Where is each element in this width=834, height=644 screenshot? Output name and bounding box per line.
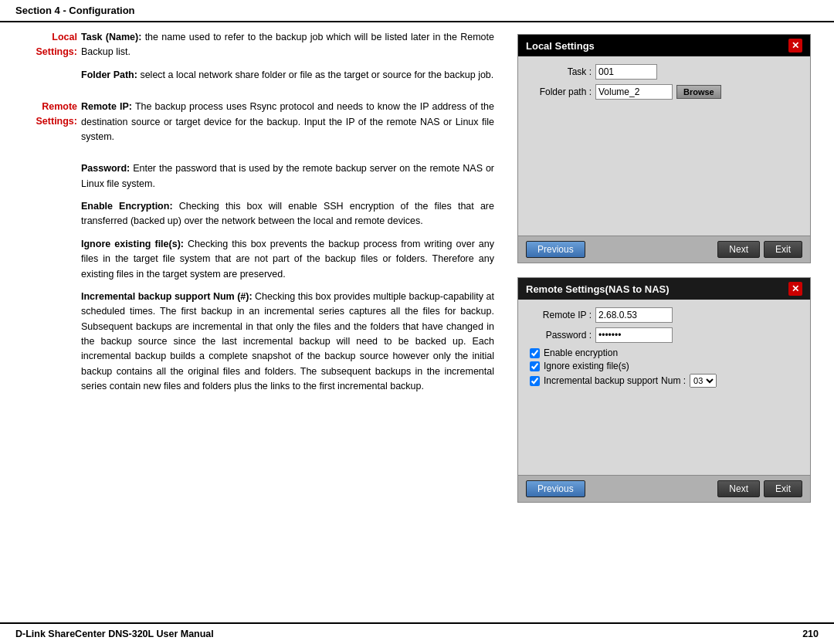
password-para: Password: Enter the password that is use… <box>81 161 494 192</box>
encryption-heading: Enable Encryption: <box>81 201 173 212</box>
local-dialog-footer: Previous Next Exit <box>518 236 810 263</box>
page-header: Section 4 - Configuration <box>0 0 834 22</box>
ignore-checkbox-row: Ignore existing file(s) <box>530 361 798 371</box>
incremental-para: Incremental backup support Num (#): Chec… <box>81 290 494 395</box>
local-next-button[interactable]: Next <box>717 241 760 258</box>
browse-button[interactable]: Browse <box>676 85 721 99</box>
remote-settings-text: Remote IP: The backup process uses Rsync… <box>81 100 494 152</box>
task-name-body: the name used to refer to the backup job… <box>81 32 494 57</box>
folder-path-body: select a local network share folder or f… <box>140 69 493 80</box>
local-dialog-title: Local Settings <box>526 40 595 52</box>
num-select[interactable]: 01 02 03 04 05 <box>690 374 717 388</box>
ignore-heading: Ignore existing file(s): <box>81 239 184 249</box>
local-exit-button[interactable]: Exit <box>764 241 802 258</box>
remote-ip-body: The backup process uses Rsync protocol a… <box>81 101 494 142</box>
num-label: Num : <box>661 375 686 386</box>
remote-settings-dialog: Remote Settings(NAS to NAS) ✕ Remote IP … <box>517 277 811 503</box>
remote-dialog-body: Remote IP : Password : Enable encryption… <box>518 300 810 475</box>
incremental-body: Checking this box provides multiple back… <box>81 291 494 391</box>
incremental-checkbox[interactable] <box>530 376 540 386</box>
local-settings-label-col: Local Settings: <box>15 30 77 90</box>
header-section-title: Section 4 - Configuration <box>15 5 135 16</box>
left-column: Local Settings: Task (Name): the name us… <box>15 30 502 597</box>
encryption-checkbox-label: Enable encryption <box>544 347 618 358</box>
encryption-checkbox-row: Enable encryption <box>530 347 798 358</box>
local-label-line1: Local <box>15 30 77 45</box>
main-content: Local Settings: Task (Name): the name us… <box>0 22 834 605</box>
incremental-checkbox-row: Incremental backup support Num : 01 02 0… <box>530 374 798 388</box>
local-dialog-body: Task : Folder path : Browse <box>518 56 810 236</box>
footer-product-name: D-Link ShareCenter DNS-320L User Manual <box>15 629 214 639</box>
right-column: Local Settings ✕ Task : Folder path : Br… <box>517 30 819 597</box>
ignore-para: Ignore existing file(s): Checking this b… <box>81 237 494 282</box>
remote-label-line1: Remote <box>15 100 77 114</box>
remote-label-line2: Settings: <box>15 114 77 129</box>
local-settings-dialog: Local Settings ✕ Task : Folder path : Br… <box>517 34 811 263</box>
remote-ip-para: Remote IP: The backup process uses Rsync… <box>81 100 494 144</box>
ignore-checkbox[interactable] <box>530 361 540 371</box>
password-body: Enter the password that is used by the r… <box>81 163 494 188</box>
local-settings-entry: Local Settings: Task (Name): the name us… <box>15 30 494 90</box>
remote-dialog-title: Remote Settings(NAS to NAS) <box>526 283 670 295</box>
local-previous-button[interactable]: Previous <box>526 241 585 258</box>
remote-next-button[interactable]: Next <box>717 480 760 497</box>
task-name-heading: Task (Name): <box>81 32 141 42</box>
task-name-para: Task (Name): the name used to refer to t… <box>81 30 494 60</box>
folder-path-heading: Folder Path: <box>81 69 137 80</box>
folder-label: Folder path : <box>530 86 592 97</box>
remote-settings-label-col: Remote Settings: <box>15 100 77 152</box>
password-input[interactable] <box>595 327 673 343</box>
remote-dialog-footer: Previous Next Exit <box>518 475 810 502</box>
folder-field-row: Folder path : Browse <box>530 84 798 100</box>
footer-page-number: 210 <box>802 629 819 639</box>
encryption-checkbox[interactable] <box>530 348 540 358</box>
local-settings-text: Task (Name): the name used to refer to t… <box>81 30 494 90</box>
remote-dialog-titlebar: Remote Settings(NAS to NAS) ✕ <box>518 278 810 300</box>
page-footer: D-Link ShareCenter DNS-320L User Manual … <box>0 622 834 644</box>
folder-input[interactable] <box>595 84 673 100</box>
ignore-checkbox-label: Ignore existing file(s) <box>544 361 629 371</box>
folder-path-para: Folder Path: select a local network shar… <box>81 68 494 83</box>
remote-ip-label: Remote IP : <box>530 310 592 320</box>
encryption-para: Enable Encryption: Checking this box wil… <box>81 199 494 229</box>
remote-close-button[interactable]: ✕ <box>788 282 802 296</box>
remote-previous-button[interactable]: Previous <box>526 480 585 497</box>
task-label: Task : <box>530 66 592 77</box>
remote-settings-entry: Remote Settings: Remote IP: The backup p… <box>15 100 494 152</box>
remote-ip-input[interactable] <box>595 307 673 323</box>
remote-exit-button[interactable]: Exit <box>764 480 802 497</box>
incremental-checkbox-label: Incremental backup support <box>544 375 658 386</box>
remote-ip-heading: Remote IP: <box>81 101 132 112</box>
local-label-line2: Settings: <box>15 45 77 59</box>
local-close-button[interactable]: ✕ <box>788 39 802 53</box>
incremental-heading: Incremental backup support Num (#): <box>81 291 253 302</box>
password-label: Password : <box>530 330 592 341</box>
local-dialog-titlebar: Local Settings ✕ <box>518 35 810 56</box>
password-field-row: Password : <box>530 327 798 343</box>
password-heading: Password: <box>81 163 130 174</box>
task-input[interactable] <box>595 64 657 80</box>
remote-ip-field-row: Remote IP : <box>530 307 798 323</box>
task-field-row: Task : <box>530 64 798 80</box>
